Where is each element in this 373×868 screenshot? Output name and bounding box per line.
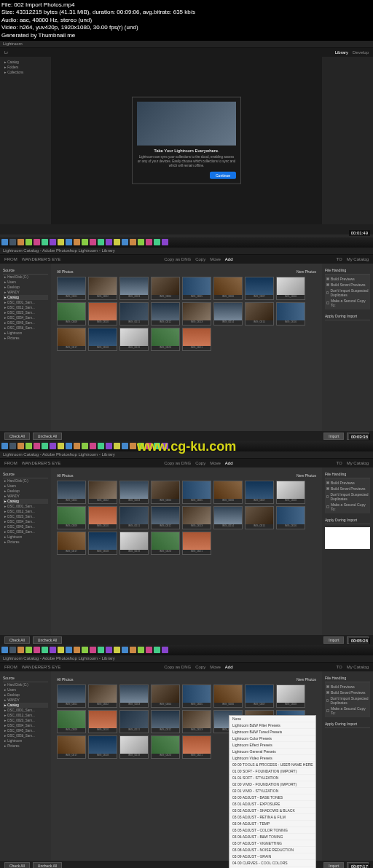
preset-menu-item[interactable]: Lightroom General Presets bbox=[229, 749, 315, 755]
tb-app-icon[interactable] bbox=[106, 443, 112, 449]
import-option-check[interactable]: Build Previews bbox=[326, 480, 369, 486]
folder-tree-item[interactable]: ▸ Users bbox=[3, 687, 48, 693]
photo-thumbnail[interactable]: IMG_0008 bbox=[276, 277, 305, 300]
photo-thumbnail[interactable]: IMG_0014 bbox=[213, 506, 243, 529]
folder-tree-item[interactable]: ▸ Hard Disk (C:) bbox=[3, 275, 48, 280]
import-option-check[interactable]: Build Previews bbox=[326, 276, 369, 282]
folder-tree-item[interactable]: ▸ Hard Disk (C:) bbox=[3, 682, 48, 687]
photo-thumbnail[interactable]: IMG_0002 bbox=[88, 277, 117, 300]
photo-thumbnail[interactable]: IMG_0017 bbox=[57, 735, 86, 759]
folder-tree-item[interactable]: ▸ Hard Disk (C:) bbox=[3, 478, 48, 484]
preset-menu-item[interactable]: 03 09 ADJUST - GRAIN bbox=[229, 853, 315, 860]
photo-thumbnail[interactable]: IMG_0006 bbox=[213, 481, 243, 504]
folder-tree-item[interactable]: ▸ Pictures bbox=[3, 540, 48, 545]
photo-thumbnail[interactable]: IMG_0002 bbox=[88, 684, 117, 708]
photo-thumbnail[interactable]: IMG_0010 bbox=[88, 302, 117, 326]
photo-thumbnail[interactable]: IMG_0003 bbox=[119, 277, 149, 300]
import-option-check[interactable]: Make a Second Copy To: bbox=[326, 298, 369, 308]
tb-app-icon[interactable] bbox=[90, 443, 96, 449]
photo-thumbnail[interactable]: IMG_0020 bbox=[151, 735, 180, 759]
photo-thumbnail[interactable]: IMG_0018 bbox=[88, 532, 117, 555]
folder-tree-item[interactable]: ▸ DSC_0001_Sam... bbox=[3, 708, 48, 713]
folder-tree-item[interactable]: ▸ Catalog bbox=[3, 499, 48, 504]
folder-tree-item[interactable]: ▸ DSC_0034_Sam... bbox=[3, 315, 48, 320]
tb-app-icon[interactable] bbox=[82, 239, 88, 245]
photo-thumbnail[interactable]: IMG_0007 bbox=[245, 481, 274, 504]
tb-app-icon[interactable] bbox=[114, 443, 120, 449]
photo-thumbnail[interactable]: IMG_0012 bbox=[151, 506, 180, 529]
preset-menu-item[interactable]: 03 05 ADJUST - COLOR TONING bbox=[229, 827, 315, 834]
modal-continue-button[interactable]: Continue bbox=[210, 172, 236, 179]
photo-thumbnail[interactable]: IMG_0007 bbox=[245, 277, 274, 300]
folder-tree-item[interactable]: ▸ DSC_0045_Sam... bbox=[3, 524, 48, 529]
tb-app-icon[interactable] bbox=[138, 239, 144, 245]
import-option-check[interactable]: Build Smart Previews bbox=[326, 690, 369, 695]
photo-thumbnail[interactable]: IMG_0019 bbox=[119, 532, 149, 555]
photo-thumbnail[interactable]: IMG_0009 bbox=[57, 710, 86, 733]
photo-thumbnail[interactable]: IMG_0017 bbox=[57, 328, 86, 351]
photo-thumbnail[interactable]: IMG_0011 bbox=[119, 506, 149, 529]
tb-app-icon[interactable] bbox=[9, 443, 16, 449]
photo-thumbnail[interactable]: IMG_0016 bbox=[276, 506, 305, 529]
tb-app-icon[interactable] bbox=[66, 443, 72, 449]
photo-thumbnail[interactable]: IMG_0014 bbox=[213, 302, 243, 326]
apply-during-title[interactable]: Apply During Import bbox=[325, 312, 370, 320]
tb-app-icon[interactable] bbox=[74, 239, 80, 245]
folder-tree-item[interactable]: ▸ DSC_0001_Sam... bbox=[3, 504, 48, 509]
photo-thumbnail[interactable]: IMG_0004 bbox=[151, 277, 180, 300]
photo-thumbnail[interactable]: IMG_0020 bbox=[151, 532, 180, 555]
import-mode[interactable]: Copy as DNG bbox=[164, 257, 191, 261]
tb-app-icon[interactable] bbox=[98, 239, 104, 245]
photo-thumbnail[interactable]: IMG_0012 bbox=[151, 302, 180, 326]
photo-thumbnail[interactable]: IMG_0015 bbox=[245, 302, 274, 326]
tb-app-icon[interactable] bbox=[114, 239, 120, 245]
folder-tree-item[interactable]: ▸ Pictures bbox=[3, 336, 48, 341]
tb-app-icon[interactable] bbox=[58, 239, 64, 245]
photo-thumbnail[interactable]: IMG_0010 bbox=[88, 506, 117, 529]
tb-app-icon[interactable] bbox=[146, 239, 152, 245]
preset-menu-item[interactable]: Lightroom Effect Presets bbox=[229, 742, 315, 749]
folder-tree-item[interactable]: ▸ DSC_0012_Sam... bbox=[3, 305, 48, 310]
photo-thumbnail[interactable]: IMG_0019 bbox=[119, 735, 149, 759]
preset-menu-item[interactable]: Lightroom B&W Filter Presets bbox=[229, 722, 315, 729]
photo-thumbnail[interactable]: IMG_0004 bbox=[151, 684, 180, 708]
folder-tree-item[interactable]: ▸ DSC_0023_Sam... bbox=[3, 718, 48, 723]
tb-app-icon[interactable] bbox=[50, 239, 56, 245]
preset-menu-item[interactable]: 03 06 ADJUST - B&W TONING bbox=[229, 834, 315, 840]
import-option-check[interactable]: Don't Import Suspected Duplicates bbox=[326, 492, 369, 502]
folder-tree-item[interactable]: ▸ WANDY bbox=[3, 290, 48, 295]
preset-menu-item[interactable]: 02 01 VIVID - STYLIZATION bbox=[229, 788, 315, 794]
tb-app-icon[interactable] bbox=[17, 239, 24, 245]
photo-thumbnail[interactable]: IMG_0003 bbox=[119, 481, 149, 504]
folder-tree-item[interactable]: ▸ DSC_0056_Sam... bbox=[3, 733, 48, 738]
photo-thumbnail[interactable]: IMG_0015 bbox=[245, 506, 274, 529]
module-develop[interactable]: Develop bbox=[353, 50, 369, 55]
preset-menu-item[interactable]: 03 00 ADJUST - BASE TONES bbox=[229, 794, 315, 801]
file-handling-title[interactable]: File Handling bbox=[325, 267, 370, 275]
tb-app-icon[interactable] bbox=[9, 239, 16, 245]
import-button[interactable]: Import bbox=[323, 433, 344, 440]
folder-tree-item[interactable]: ▸ Desktop bbox=[3, 285, 48, 290]
folder-tree-item[interactable]: ▸ Users bbox=[3, 280, 48, 285]
folder-tree-item[interactable]: ▸ Users bbox=[3, 484, 48, 489]
preset-menu-item[interactable]: 03 01 ADJUST - EXPOSURE bbox=[229, 801, 315, 808]
folder-tree-item[interactable]: ▸ DSC_0012_Sam... bbox=[3, 713, 48, 718]
import-option-check[interactable]: Build Smart Previews bbox=[326, 282, 369, 288]
tb-app-icon[interactable] bbox=[122, 239, 128, 245]
import-option-check[interactable]: Make a Second Copy To: bbox=[326, 706, 369, 716]
tb-app-icon[interactable] bbox=[162, 239, 168, 245]
folder-tree-item[interactable]: ▸ DSC_0023_Sam... bbox=[3, 514, 48, 519]
preset-menu-item[interactable]: Lightroom Video Presets bbox=[229, 755, 315, 762]
photo-thumbnail[interactable]: IMG_0012 bbox=[151, 710, 180, 733]
folder-tree-item[interactable]: ▸ DSC_0056_Sam... bbox=[3, 326, 48, 331]
tb-app-icon[interactable] bbox=[58, 443, 64, 449]
folder-tree-item[interactable]: ▸ DSC_0045_Sam... bbox=[3, 728, 48, 733]
tb-app-icon[interactable] bbox=[130, 239, 136, 245]
photo-thumbnail[interactable]: IMG_0004 bbox=[151, 481, 180, 504]
preset-menu-item[interactable]: 02 00 VIVID - FOUNDATION (IMPORT) bbox=[229, 781, 315, 788]
preset-menu-item[interactable]: 03 07 ADJUST - VIGNETTING bbox=[229, 840, 315, 847]
tb-app-icon[interactable] bbox=[130, 443, 136, 449]
tb-app-icon[interactable] bbox=[42, 443, 48, 449]
folder-tree-item[interactable]: ▸ DSC_0012_Sam... bbox=[3, 509, 48, 514]
tb-app-icon[interactable] bbox=[154, 239, 160, 245]
